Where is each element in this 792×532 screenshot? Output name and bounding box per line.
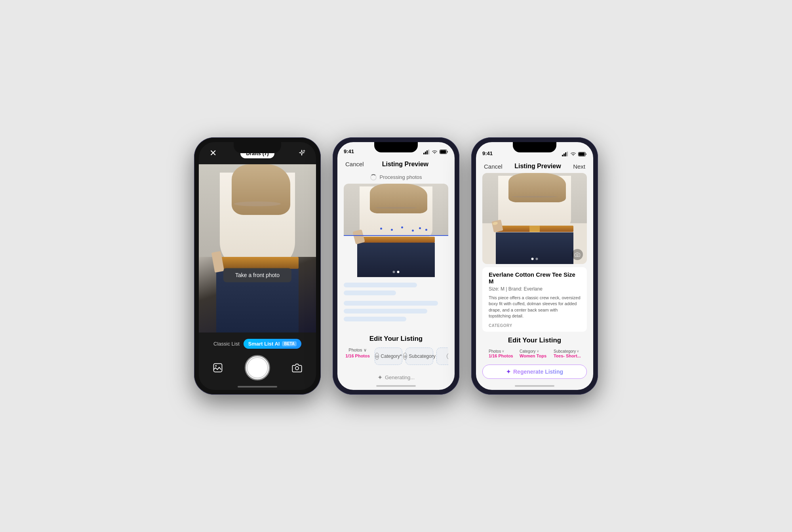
scan-dot	[419, 227, 421, 229]
notch-3	[513, 142, 556, 152]
camera-bottom: Classic List Smart List AI BETA	[199, 332, 316, 390]
svg-rect-12	[567, 152, 568, 156]
close-button[interactable]: ✕	[207, 147, 219, 160]
gallery-button[interactable]	[211, 361, 225, 375]
shutter-button[interactable]	[245, 355, 270, 380]
svg-point-2	[295, 367, 299, 370]
dot-1	[393, 271, 395, 273]
generating-bar: ✦ Generating...	[337, 370, 455, 385]
beta-badge: BETA	[282, 341, 296, 346]
phone-1: ✕ Drafts (7)	[194, 137, 321, 395]
fashion-image-3	[482, 173, 587, 264]
tab-photos-sublabel[interactable]: 1/16 Photos	[345, 353, 370, 358]
camera-preview: Take a front photo	[199, 164, 316, 332]
listing-description: This piece offers a classic crew neck, o…	[489, 295, 581, 319]
tab-subcategory-box[interactable]: ⊕ Subcategory	[406, 348, 433, 365]
scan-dots	[344, 226, 448, 234]
generating-text: Generating...	[385, 374, 415, 380]
listing-details: Everlane Cotton Crew Tee Size M Size: M …	[482, 267, 587, 332]
listing-title: Everlane Cotton Crew Tee Size M	[489, 271, 581, 285]
result-photos-value: 1/16 Photos	[489, 353, 513, 358]
result-subcategory-label: Subcategory ∨	[554, 349, 579, 353]
regenerate-button[interactable]: ✦ Regenerate Listing	[482, 365, 587, 379]
dot-3-2	[536, 258, 538, 260]
skeleton-line-5	[344, 317, 406, 321]
dot-3-1	[531, 258, 534, 260]
home-indicator-2	[376, 385, 416, 387]
svg-rect-9	[562, 155, 563, 156]
svg-rect-11	[565, 152, 566, 156]
svg-rect-4	[425, 152, 426, 154]
edit-listing-title-2: Edit Your Listing	[344, 335, 448, 343]
tab-photos-label: Photos ∨	[348, 348, 366, 353]
image-pagination-3	[531, 258, 538, 260]
smart-list-button[interactable]: Smart List AI BETA	[244, 339, 301, 349]
nav-3: Cancel Listing Preview Next	[476, 160, 593, 173]
flip-camera-button[interactable]	[290, 361, 304, 375]
svg-rect-14	[579, 152, 585, 156]
time-display-2: 9:41	[344, 148, 354, 154]
home-indicator-1	[238, 386, 277, 388]
sparkle-icon: ✦	[377, 374, 383, 381]
result-tab-photos[interactable]: Photos ∨ 1/16 Photos	[489, 349, 517, 358]
listing-image-result	[482, 173, 587, 264]
notch-2	[374, 142, 418, 152]
result-tab-category[interactable]: Category ∨ Women Tops	[520, 349, 551, 358]
tab-subcategory-2[interactable]: ⊕ Subcategory	[406, 348, 433, 365]
take-photo-overlay: Take a front photo	[223, 268, 291, 282]
next-button-3[interactable]: Next	[573, 163, 585, 170]
camera-icon-overlay[interactable]	[572, 249, 583, 260]
result-category-value: Women Tops	[520, 353, 546, 358]
category-tab-text: Category*	[381, 353, 402, 359]
edit-listing-section-3: Edit Your Listing Photos ∨ 1/16 Photos	[476, 333, 593, 361]
processing-spinner	[370, 174, 377, 180]
nav-title-3: Listing Preview	[514, 163, 561, 170]
cancel-button-2[interactable]: Cancel	[345, 161, 364, 167]
status-icons-3	[562, 152, 587, 156]
processing-bar: Processing photos	[337, 171, 455, 184]
svg-rect-6	[428, 150, 429, 154]
phone-3: 9:41	[471, 137, 598, 395]
svg-rect-8	[440, 150, 446, 154]
svg-point-1	[215, 365, 217, 367]
nav-2: Cancel Listing Preview	[337, 158, 455, 171]
status-bar-3: 9:41	[476, 142, 593, 160]
phones-container: ✕ Drafts (7)	[194, 137, 598, 395]
result-category-label: Category ∨	[520, 349, 539, 353]
edit-listing-title-3: Edit Your Listing	[482, 336, 587, 344]
shutter-inner	[247, 357, 268, 378]
scan-dot	[412, 230, 414, 232]
result-photos-label: Photos ∨	[489, 349, 505, 353]
status-icons-2	[423, 150, 448, 154]
phone-2-screen: 9:41	[337, 142, 455, 390]
scan-dot	[425, 229, 427, 231]
skeleton-line-4	[344, 309, 427, 314]
listing-meta: Size: M | Brand: Everlane	[489, 286, 581, 292]
dot-2-active	[397, 271, 400, 273]
svg-rect-0	[214, 364, 222, 372]
tab-brand-box[interactable]: ⊕	[436, 348, 448, 365]
scan-dot	[401, 226, 403, 228]
subcategory-icon: ⊕	[403, 353, 407, 360]
scan-dot	[391, 229, 393, 231]
result-subcategory-value: Tees- Short...	[554, 353, 581, 358]
regenerate-label: Regenerate Listing	[513, 369, 563, 375]
image-pagination	[393, 271, 400, 273]
edit-listing-section-2: Edit Your Listing Photos ∨ 1/16 Photos ⊕…	[337, 330, 455, 370]
scan-line	[344, 235, 448, 236]
time-display-3: 9:41	[482, 150, 493, 156]
subcategory-tab-text: Subcategory	[409, 353, 435, 359]
nav-title-2: Listing Preview	[382, 161, 428, 168]
cancel-button-3[interactable]: Cancel	[484, 163, 503, 170]
magic-button[interactable]	[295, 147, 308, 160]
tab-category-box[interactable]: ⊕ Category*	[375, 348, 402, 365]
result-tab-subcategory[interactable]: Subcategory ∨ Tees- Short...	[554, 349, 586, 358]
svg-rect-3	[423, 153, 425, 154]
classic-list-button[interactable]: Classic List	[213, 341, 240, 347]
notch-1	[234, 142, 281, 153]
category-section-label: CATEGORY	[489, 323, 581, 328]
listing-image-container-2	[344, 184, 448, 277]
tab-brand-2[interactable]: ⊕	[436, 348, 448, 365]
svg-rect-5	[426, 150, 428, 154]
tab-category-2[interactable]: ⊕ Category*	[375, 348, 402, 365]
